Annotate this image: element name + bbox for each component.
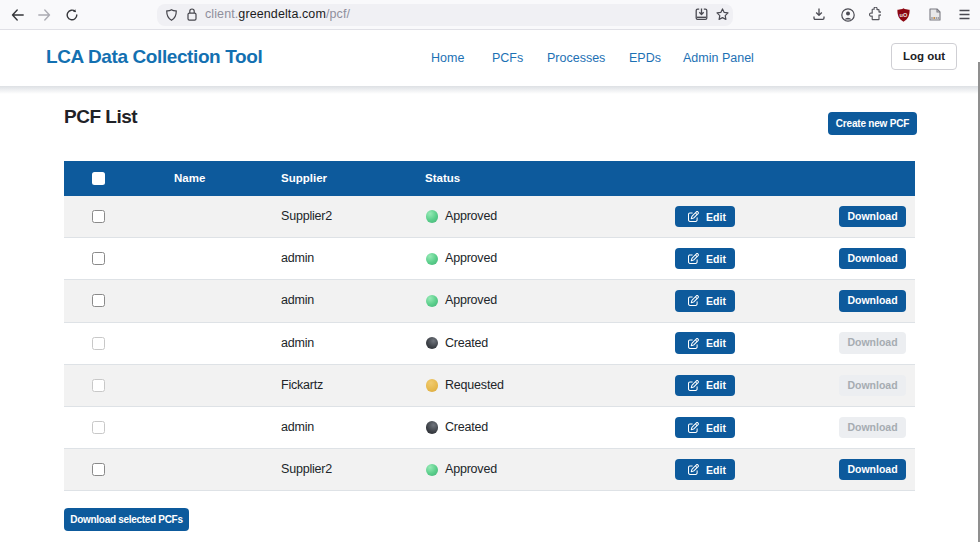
svg-text:uO: uO (900, 12, 908, 18)
